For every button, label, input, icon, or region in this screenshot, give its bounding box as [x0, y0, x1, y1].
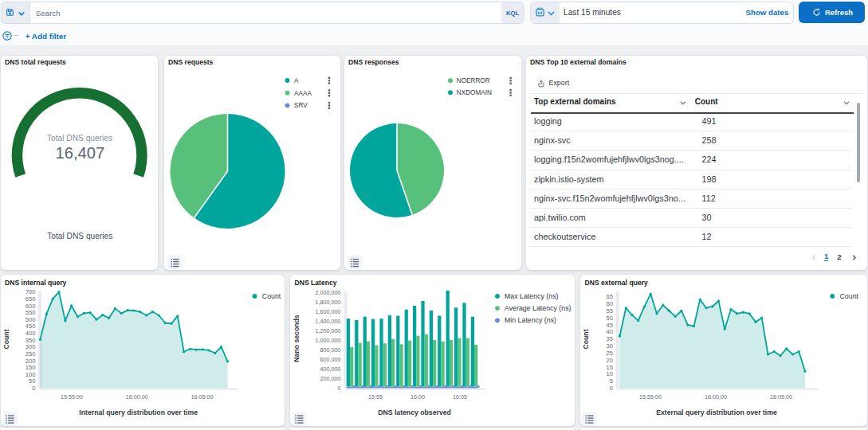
svg-text:2,000,000: 2,000,000 — [316, 289, 341, 296]
svg-text:Total DNS queries: Total DNS queries — [47, 134, 112, 143]
svg-text:150: 150 — [26, 364, 36, 371]
svg-text:16:05:00: 16:05:00 — [770, 393, 792, 401]
svg-text:100: 100 — [26, 371, 36, 378]
svg-text:NOERROR: NOERROR — [457, 77, 490, 84]
svg-text:400: 400 — [26, 330, 36, 337]
svg-text:550: 550 — [26, 309, 36, 316]
svg-text:35: 35 — [607, 335, 613, 342]
svg-text:SRV: SRV — [294, 102, 308, 109]
svg-text:1,000,000: 1,000,000 — [316, 337, 341, 344]
svg-text:20: 20 — [607, 357, 613, 364]
svg-text:50: 50 — [607, 315, 613, 322]
svg-text:300: 300 — [26, 343, 36, 350]
svg-text:65: 65 — [607, 293, 613, 300]
svg-text:Count: Count — [262, 292, 281, 300]
svg-text:0: 0 — [610, 385, 613, 392]
svg-text:15:55: 15:55 — [368, 393, 383, 401]
svg-text:450: 450 — [26, 322, 36, 330]
svg-text:200: 200 — [26, 358, 36, 365]
svg-text:A: A — [294, 77, 299, 84]
svg-text:600: 600 — [26, 303, 36, 310]
svg-text:350: 350 — [26, 337, 36, 344]
svg-text:800,000: 800,000 — [320, 346, 341, 354]
svg-text:Max Latency (ns): Max Latency (ns) — [505, 292, 559, 300]
svg-text:16:00:00: 16:00:00 — [126, 393, 148, 401]
svg-text:15:55:00: 15:55:00 — [61, 393, 83, 401]
svg-text:50: 50 — [29, 377, 35, 385]
svg-text:55: 55 — [607, 307, 613, 315]
svg-text:650: 650 — [26, 295, 36, 303]
svg-text:Nano seconds: Nano seconds — [293, 315, 300, 362]
svg-text:AAAA: AAAA — [294, 90, 312, 97]
svg-text:Count: Count — [582, 329, 590, 349]
svg-text:Count: Count — [2, 329, 10, 349]
svg-text:0: 0 — [32, 385, 35, 392]
svg-text:Min Latency (ns): Min Latency (ns) — [505, 316, 556, 324]
svg-text:16,407: 16,407 — [55, 144, 104, 162]
svg-text:15: 15 — [607, 364, 613, 371]
svg-text:600,000: 600,000 — [320, 356, 341, 363]
svg-text:Internal query distribution ov: Internal query distribution over time — [79, 408, 198, 416]
svg-text:16:00:00: 16:00:00 — [705, 393, 727, 401]
svg-text:Average Latency (ns): Average Latency (ns) — [505, 304, 571, 312]
svg-text:1,800,000: 1,800,000 — [316, 299, 341, 306]
svg-text:16:00: 16:00 — [410, 393, 425, 401]
svg-text:5: 5 — [610, 377, 613, 385]
svg-text:1,400,000: 1,400,000 — [316, 318, 341, 325]
svg-text:25: 25 — [607, 350, 613, 357]
svg-text:200,000: 200,000 — [320, 375, 341, 382]
svg-text:0: 0 — [338, 385, 341, 392]
svg-text:15:55:00: 15:55:00 — [639, 393, 662, 401]
svg-text:16:05:00: 16:05:00 — [191, 393, 214, 401]
svg-text:30: 30 — [607, 342, 613, 350]
svg-text:Total DNS queries: Total DNS queries — [47, 232, 112, 240]
svg-text:External query distribution ov: External query distribution over time — [656, 408, 777, 416]
svg-text:500: 500 — [26, 316, 36, 323]
svg-text:60: 60 — [607, 300, 613, 307]
svg-text:NXDOMAIN: NXDOMAIN — [457, 89, 492, 96]
svg-text:400,000: 400,000 — [320, 366, 341, 373]
svg-text:DNS latency observed: DNS latency observed — [378, 408, 451, 416]
svg-text:1,600,000: 1,600,000 — [316, 308, 341, 315]
svg-text:45: 45 — [607, 322, 613, 329]
svg-text:40: 40 — [607, 328, 613, 335]
svg-text:10: 10 — [607, 370, 613, 377]
svg-text:250: 250 — [26, 350, 36, 358]
svg-text:1,200,000: 1,200,000 — [316, 327, 341, 334]
svg-text:Count: Count — [840, 292, 859, 300]
svg-text:16:05: 16:05 — [453, 393, 467, 401]
svg-text:700: 700 — [26, 288, 36, 295]
